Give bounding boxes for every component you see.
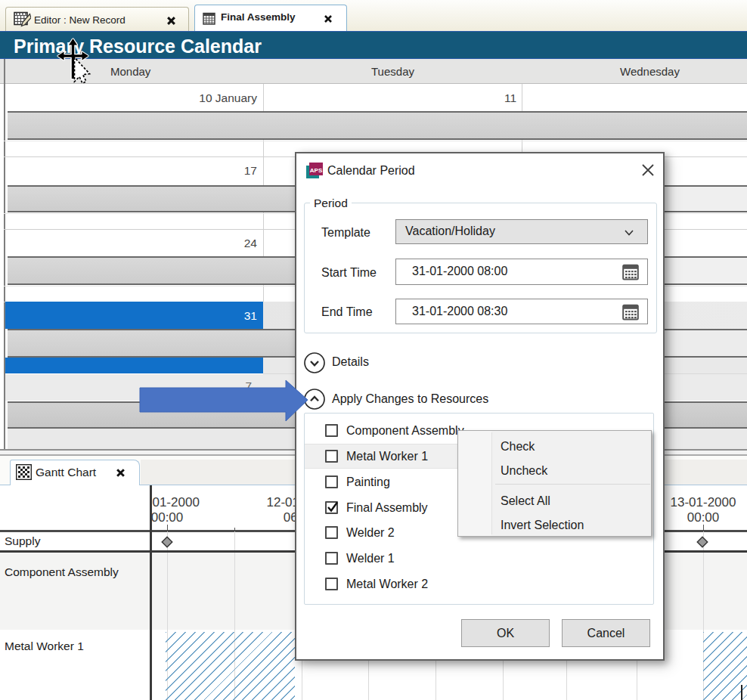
svg-text:APS: APS <box>310 167 323 174</box>
